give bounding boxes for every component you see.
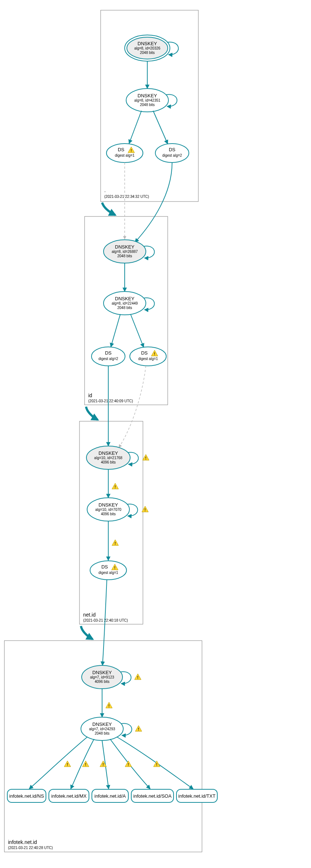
dnssec-diagram: ! . (2021-03-21 22:34:32 UTC) DNSKEY alg… [0,0,311,868]
warning-icon [125,761,132,767]
zone-id-ts: (2021-03-21 22:40:09 UTC) [88,399,133,403]
zone-target-label: infotek.net.id [8,839,37,845]
svg-text:2048 bits: 2048 bits [117,254,132,258]
node-id-ds1: DS digest alg=1 [130,347,166,366]
svg-text:DNSKEY: DNSKEY [137,41,157,46]
warning-icon [106,702,112,708]
node-netid-ksk: DNSKEY alg=10, id=21768 4096 bits [86,446,149,469]
node-id-ksk: DNSKEY alg=8, id=26887 2048 bits [104,240,155,263]
node-id-ds2: DS digest alg=2 [92,347,125,366]
rrset-soa: infotek.net.id/SOA [131,789,174,802]
svg-text:alg=7, id=24293: alg=7, id=24293 [89,727,115,731]
delegation-root-to-id [102,203,115,215]
rrset-ns: infotek.net.id/NS [7,789,46,802]
rrset-a: infotek.net.id/A [92,789,128,802]
svg-text:alg=7, id=9123: alg=7, id=9123 [90,675,114,679]
svg-text:DNSKEY: DNSKEY [92,670,112,675]
svg-text:4096 bits: 4096 bits [95,680,110,684]
svg-text:digest alg=2: digest alg=2 [98,357,118,361]
warning-icon [112,483,118,489]
svg-text:2048 bits: 2048 bits [95,731,110,735]
node-target-ksk: DNSKEY alg=7, id=9123 4096 bits [82,665,141,689]
svg-text:digest alg=1: digest alg=1 [115,153,135,157]
zone-target-ts: (2021-03-21 22:40:28 UTC) [8,846,53,850]
delegation-netid-to-target [81,626,93,639]
svg-text:DNSKEY: DNSKEY [98,450,118,456]
svg-text:2048 bits: 2048 bits [117,306,132,310]
node-root-ds1: DS digest alg=1 [106,144,143,163]
node-id-zsk: DNSKEY alg=8, id=22449 2048 bits [104,292,155,315]
zone-netid-label: net.id [83,612,96,618]
svg-text:DNSKEY: DNSKEY [115,296,135,301]
node-root-ds2: DS digest alg=2 [155,144,189,163]
svg-text:DS: DS [169,147,175,152]
zone-root: . (2021-03-21 22:34:32 UTC) DNSKEY alg=8… [101,10,198,202]
svg-text:alg=8, id=26887: alg=8, id=26887 [112,250,138,254]
warning-icon [112,540,118,546]
svg-text:DNSKEY: DNSKEY [115,244,135,250]
svg-text:infotek.net.id/NS: infotek.net.id/NS [9,793,44,799]
svg-text:alg=10, id=21768: alg=10, id=21768 [94,456,123,460]
svg-text:DNSKEY: DNSKEY [98,502,118,508]
node-netid-zsk: DNSKEY alg=10, id=7070 4096 bits [87,498,148,521]
svg-text:DNSKEY: DNSKEY [137,93,157,98]
svg-text:alg=8, id=20326: alg=8, id=20326 [134,46,160,50]
svg-text:4096 bits: 4096 bits [101,460,116,464]
svg-point-29 [130,347,166,366]
rrset-txt: infotek.net.id/TXT [176,789,217,802]
svg-text:infotek.net.id/A: infotek.net.id/A [94,793,126,799]
svg-text:2048 bits: 2048 bits [140,103,155,107]
svg-point-41 [90,561,127,580]
rrset-mx: infotek.net.id/MX [49,789,89,802]
zone-id-label: id [88,392,92,398]
zone-root-label: . [104,187,106,193]
svg-text:DS: DS [105,350,112,356]
delegation-id-to-netid [86,407,98,420]
zone-netid-ts: (2021-03-21 22:40:18 UTC) [83,618,128,622]
node-target-zsk: DNSKEY alg=7, id=24293 2048 bits [81,717,142,740]
svg-text:alg=8, id=22449: alg=8, id=22449 [112,301,138,305]
svg-text:alg=10, id=7070: alg=10, id=7070 [95,508,121,512]
node-root-zsk: DNSKEY alg=8, id=42351 2048 bits [126,89,177,112]
zone-id: id (2021-03-21 22:40:09 UTC) DNSKEY alg=… [85,163,172,405]
svg-text:infotek.net.id/MX: infotek.net.id/MX [51,793,87,799]
svg-text:alg=8, id=42351: alg=8, id=42351 [134,98,160,102]
svg-text:infotek.net.id/TXT: infotek.net.id/TXT [178,793,215,799]
zone-netid: net.id (2021-03-21 22:40:18 UTC) DNSKEY … [79,366,149,624]
warning-icon [135,674,141,680]
svg-text:DNSKEY: DNSKEY [92,722,112,727]
svg-text:digest alg=2: digest alg=2 [162,153,182,157]
svg-point-11 [106,144,143,163]
warning-icon [135,726,142,731]
warning-icon [143,454,149,460]
svg-point-14 [155,144,189,163]
svg-text:2048 bits: 2048 bits [140,51,155,55]
svg-text:DS: DS [141,350,148,356]
svg-text:DS: DS [118,147,124,152]
svg-text:4096 bits: 4096 bits [101,512,116,516]
warning-icon [82,761,89,767]
node-netid-ds1: DS digest alg=1 [90,561,127,580]
svg-text:infotek.net.id/SOA: infotek.net.id/SOA [133,793,172,799]
svg-text:digest alg=1: digest alg=1 [98,571,118,575]
svg-text:DS: DS [101,564,108,570]
zone-root-ts: (2021-03-21 22:34:32 UTC) [104,195,149,199]
svg-text:digest alg=1: digest alg=1 [138,357,158,361]
svg-point-26 [92,347,125,366]
node-root-ksk: DNSKEY alg=8, id=20326 2048 bits [125,35,178,61]
warning-icon [64,761,71,767]
